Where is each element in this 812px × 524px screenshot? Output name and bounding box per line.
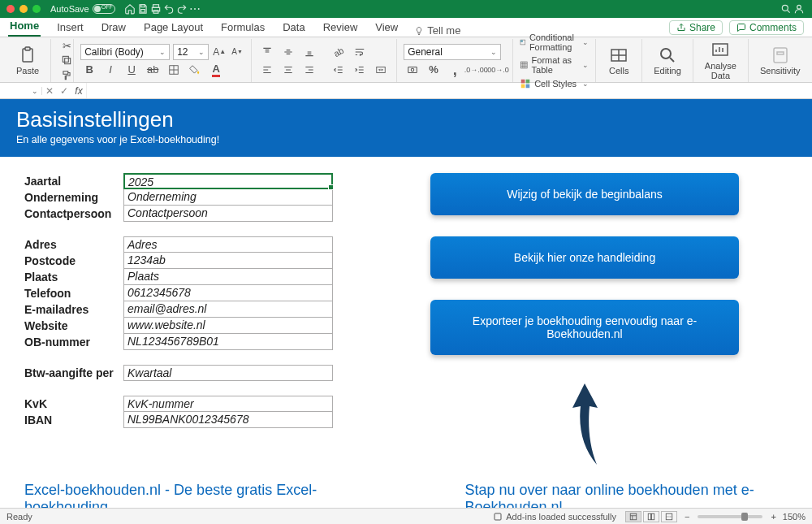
percent-icon[interactable]: %	[425, 62, 443, 78]
align-top-icon[interactable]	[258, 44, 276, 60]
account-icon[interactable]	[793, 2, 806, 15]
border-icon[interactable]	[165, 62, 183, 78]
field-value[interactable]: www.website.nl	[123, 318, 333, 334]
decrease-font-icon[interactable]: A▼	[230, 45, 244, 59]
field-value[interactable]: Plaats	[123, 269, 333, 285]
strike-icon[interactable]: ab	[144, 62, 162, 78]
autosave-toggle[interactable]: AutoSave OFF	[50, 4, 115, 14]
comments-button[interactable]: Comments	[729, 20, 804, 35]
font-size-select[interactable]: 12⌄	[173, 44, 209, 60]
paste-button[interactable]: Paste	[11, 45, 44, 76]
svg-point-15	[411, 68, 414, 71]
currency-icon[interactable]	[404, 62, 421, 78]
zoom-level[interactable]: 150%	[783, 512, 806, 522]
fx-icon[interactable]: fx	[71, 85, 86, 97]
enter-formula-icon[interactable]: ✓	[57, 85, 71, 97]
view-normal-icon[interactable]	[625, 511, 641, 522]
field-value[interactable]: 1234ab	[123, 253, 333, 269]
footer-link-left[interactable]: Excel-boekhouden.nl - De beste gratis Ex…	[24, 482, 391, 508]
tab-formulas[interactable]: Formulas	[219, 19, 266, 37]
tab-insert[interactable]: Insert	[55, 19, 85, 37]
close-dot[interactable]	[6, 5, 15, 13]
svg-rect-32	[648, 513, 650, 520]
increase-font-icon[interactable]: A▲	[212, 45, 227, 59]
cancel-formula-icon[interactable]: ✕	[42, 85, 57, 97]
svg-point-24	[661, 49, 671, 58]
align-center-icon[interactable]	[279, 62, 297, 78]
tab-page-layout[interactable]: Page Layout	[142, 19, 205, 37]
zoom-out-icon[interactable]: −	[685, 512, 689, 522]
underline-icon[interactable]: U	[123, 62, 140, 78]
view-page-layout-icon[interactable]	[643, 511, 659, 522]
align-left-icon[interactable]	[258, 62, 276, 78]
field-value[interactable]: NL123456789B01	[123, 334, 333, 350]
field-value[interactable]: Kwartaal	[123, 365, 333, 381]
action-button-beginbalans[interactable]: Wijzig of bekijk de beginbalans	[430, 173, 739, 215]
field-value[interactable]: Contactpersoon	[123, 206, 333, 222]
autosave-switch[interactable]: OFF	[93, 4, 115, 14]
footer-link-right[interactable]: Stap nu over naar online boekhouden met …	[464, 482, 788, 508]
fill-color-icon[interactable]	[186, 62, 204, 78]
format-painter-icon[interactable]	[58, 69, 76, 82]
increase-decimal-icon[interactable]: .0→.00	[467, 62, 485, 78]
merge-icon[interactable]	[372, 62, 390, 78]
zoom-in-icon[interactable]: +	[771, 512, 775, 522]
conditional-formatting[interactable]: Conditional Formatting⌄	[520, 32, 589, 53]
zoom-dot[interactable]	[32, 5, 41, 13]
font-color-icon[interactable]: A	[207, 62, 225, 78]
tab-review[interactable]: Review	[322, 19, 360, 37]
undo-icon[interactable]	[162, 2, 175, 15]
field-value[interactable]: Adres	[123, 236, 333, 253]
cells-button[interactable]: Cells	[603, 45, 635, 76]
bold-icon[interactable]: B	[80, 62, 98, 78]
field-value[interactable]: 0612345678	[123, 285, 333, 301]
field-value[interactable]: KvK-nummer	[123, 396, 333, 412]
svg-rect-0	[140, 5, 145, 7]
field-label: KvK	[24, 397, 123, 410]
redo-icon[interactable]	[175, 2, 188, 15]
zoom-slider[interactable]	[698, 515, 762, 518]
home-icon[interactable]	[123, 2, 136, 15]
view-page-break-icon[interactable]	[661, 511, 677, 522]
search-icon[interactable]	[780, 2, 793, 15]
font-select[interactable]: Calibri (Body)⌄	[80, 44, 170, 60]
analyse-button[interactable]: Analyse Data	[700, 41, 741, 80]
name-box[interactable]: ⌄	[0, 87, 42, 95]
tell-me[interactable]: Tell me	[414, 24, 460, 37]
action-button-handleiding[interactable]: Bekijk hier onze handleiding	[430, 236, 739, 279]
banner-title: Basisinstellingen	[16, 107, 796, 132]
tab-draw[interactable]: Draw	[100, 19, 127, 37]
field-value[interactable]: Onderneming	[123, 189, 333, 206]
tab-home[interactable]: Home	[8, 18, 41, 37]
wrap-text-icon[interactable]	[351, 44, 369, 60]
formula-input[interactable]	[86, 83, 812, 98]
share-button[interactable]: Share	[669, 20, 723, 35]
align-right-icon[interactable]	[300, 62, 318, 78]
increase-indent-icon[interactable]	[351, 62, 369, 78]
field-value[interactable]: email@adres.nl	[123, 301, 333, 318]
save-icon[interactable]	[136, 2, 149, 15]
field-value[interactable]: NL99BANK0012345678	[123, 412, 333, 428]
format-as-table[interactable]: Format as Table⌄	[520, 54, 589, 76]
cut-icon[interactable]: ✂	[58, 39, 76, 52]
decrease-decimal-icon[interactable]: .00→.0	[488, 62, 506, 78]
comma-icon[interactable]: ,	[446, 62, 464, 78]
tab-view[interactable]: View	[374, 19, 400, 37]
window-controls[interactable]	[6, 5, 41, 13]
orientation-icon[interactable]: ab	[330, 44, 348, 60]
ellipsis-icon[interactable]: ⋯	[188, 2, 201, 15]
copy-icon[interactable]	[58, 54, 76, 67]
field-value[interactable]: 2025	[123, 173, 333, 189]
italic-icon[interactable]: I	[102, 62, 119, 78]
field-label: Postcode	[24, 254, 123, 267]
editing-button[interactable]: Editing	[649, 45, 686, 76]
print-icon[interactable]	[149, 2, 162, 15]
minimize-dot[interactable]	[19, 5, 28, 13]
align-bottom-icon[interactable]	[300, 44, 318, 60]
worksheet[interactable]: Basisinstellingen En alle gegevens voor …	[0, 99, 812, 508]
action-button-exporteer[interactable]: Exporteer je boekhouding eenvoudig naar …	[430, 300, 739, 355]
number-format-select[interactable]: General⌄	[404, 44, 501, 60]
decrease-indent-icon[interactable]	[330, 62, 348, 78]
align-middle-icon[interactable]	[279, 44, 297, 60]
tab-data[interactable]: Data	[281, 19, 306, 37]
